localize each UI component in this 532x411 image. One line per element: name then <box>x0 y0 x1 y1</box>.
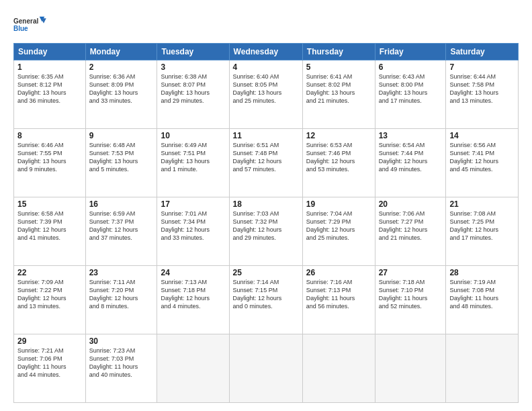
svg-text:Blue: Blue <box>13 25 28 32</box>
day-info: Sunrise: 6:51 AMSunset: 7:48 PMDaylight:… <box>233 141 299 174</box>
calendar-cell: 13Sunrise: 6:54 AMSunset: 7:44 PMDayligh… <box>375 129 446 197</box>
day-number: 4 <box>233 62 299 72</box>
day-number: 8 <box>17 131 82 140</box>
calendar-cell <box>375 334 446 403</box>
day-info: Sunrise: 6:53 AMSunset: 7:46 PMDaylight:… <box>306 141 371 174</box>
day-info: Sunrise: 6:46 AMSunset: 7:55 PMDaylight:… <box>17 141 82 174</box>
day-number: 15 <box>17 199 82 209</box>
col-header-tuesday: Tuesday <box>157 44 229 60</box>
day-number: 5 <box>306 62 371 72</box>
col-header-saturday: Saturday <box>446 44 519 60</box>
calendar-cell: 9Sunrise: 6:48 AMSunset: 7:53 PMDaylight… <box>85 129 157 197</box>
day-number: 16 <box>89 199 154 209</box>
day-info: Sunrise: 6:44 AMSunset: 7:58 PMDaylight:… <box>449 73 515 105</box>
calendar-cell: 19Sunrise: 7:04 AMSunset: 7:29 PMDayligh… <box>302 197 375 266</box>
calendar-cell: 5Sunrise: 6:41 AMSunset: 8:02 PMDaylight… <box>302 60 375 129</box>
svg-text:General: General <box>13 17 38 25</box>
calendar-cell: 18Sunrise: 7:03 AMSunset: 7:32 PMDayligh… <box>229 197 302 266</box>
calendar-cell: 6Sunrise: 6:43 AMSunset: 8:00 PMDaylight… <box>375 60 446 129</box>
day-number: 12 <box>306 131 371 140</box>
calendar-cell: 15Sunrise: 6:58 AMSunset: 7:39 PMDayligh… <box>14 197 86 266</box>
day-info: Sunrise: 6:56 AMSunset: 7:41 PMDaylight:… <box>449 141 515 174</box>
day-info: Sunrise: 7:09 AMSunset: 7:22 PMDaylight:… <box>17 278 82 311</box>
day-number: 2 <box>89 62 154 72</box>
day-info: Sunrise: 7:01 AMSunset: 7:34 PMDaylight:… <box>161 210 225 242</box>
calendar-cell: 10Sunrise: 6:49 AMSunset: 7:51 PMDayligh… <box>157 129 229 197</box>
col-header-monday: Monday <box>85 44 157 60</box>
day-number: 10 <box>161 131 225 140</box>
calendar-cell: 2Sunrise: 6:36 AMSunset: 8:09 PMDaylight… <box>85 60 157 129</box>
day-info: Sunrise: 7:04 AMSunset: 7:29 PMDaylight:… <box>306 210 371 242</box>
calendar-cell: 12Sunrise: 6:53 AMSunset: 7:46 PMDayligh… <box>302 129 375 197</box>
calendar-cell: 1Sunrise: 6:35 AMSunset: 8:12 PMDaylight… <box>14 60 86 129</box>
day-number: 14 <box>449 131 515 140</box>
day-info: Sunrise: 7:06 AMSunset: 7:27 PMDaylight:… <box>379 210 443 242</box>
day-number: 21 <box>449 199 515 209</box>
day-number: 24 <box>161 268 225 277</box>
calendar-cell: 14Sunrise: 6:56 AMSunset: 7:41 PMDayligh… <box>446 129 519 197</box>
calendar-cell <box>229 334 302 403</box>
day-info: Sunrise: 7:19 AMSunset: 7:08 PMDaylight:… <box>449 278 515 311</box>
calendar-cell: 24Sunrise: 7:13 AMSunset: 7:18 PMDayligh… <box>157 266 229 334</box>
calendar-table: SundayMondayTuesdayWednesdayThursdayFrid… <box>13 43 519 403</box>
day-number: 19 <box>306 199 371 209</box>
calendar-cell: 23Sunrise: 7:11 AMSunset: 7:20 PMDayligh… <box>85 266 157 334</box>
calendar-cell: 29Sunrise: 7:21 AMSunset: 7:06 PMDayligh… <box>14 334 86 403</box>
col-header-friday: Friday <box>375 44 446 60</box>
day-info: Sunrise: 6:38 AMSunset: 8:07 PMDaylight:… <box>161 73 225 105</box>
logo: General Blue <box>13 11 47 38</box>
calendar-cell: 8Sunrise: 6:46 AMSunset: 7:55 PMDaylight… <box>14 129 86 197</box>
logo-svg: General Blue <box>13 11 47 38</box>
day-number: 3 <box>161 62 225 72</box>
day-number: 27 <box>379 268 443 277</box>
calendar-cell <box>446 334 519 403</box>
day-info: Sunrise: 7:08 AMSunset: 7:25 PMDaylight:… <box>449 210 515 242</box>
calendar-cell: 27Sunrise: 7:18 AMSunset: 7:10 PMDayligh… <box>375 266 446 334</box>
calendar-cell: 25Sunrise: 7:14 AMSunset: 7:15 PMDayligh… <box>229 266 302 334</box>
day-number: 7 <box>449 62 515 72</box>
day-number: 25 <box>233 268 299 277</box>
day-number: 28 <box>449 268 515 277</box>
day-info: Sunrise: 7:03 AMSunset: 7:32 PMDaylight:… <box>233 210 299 242</box>
day-info: Sunrise: 6:58 AMSunset: 7:39 PMDaylight:… <box>17 210 82 242</box>
calendar-cell: 7Sunrise: 6:44 AMSunset: 7:58 PMDaylight… <box>446 60 519 129</box>
calendar-cell: 26Sunrise: 7:16 AMSunset: 7:13 PMDayligh… <box>302 266 375 334</box>
day-info: Sunrise: 6:35 AMSunset: 8:12 PMDaylight:… <box>17 73 82 105</box>
calendar-cell: 21Sunrise: 7:08 AMSunset: 7:25 PMDayligh… <box>446 197 519 266</box>
day-info: Sunrise: 6:49 AMSunset: 7:51 PMDaylight:… <box>161 141 225 174</box>
calendar-cell: 28Sunrise: 7:19 AMSunset: 7:08 PMDayligh… <box>446 266 519 334</box>
day-number: 26 <box>306 268 371 277</box>
calendar-cell <box>302 334 375 403</box>
day-info: Sunrise: 6:40 AMSunset: 8:05 PMDaylight:… <box>233 73 299 105</box>
day-info: Sunrise: 7:16 AMSunset: 7:13 PMDaylight:… <box>306 278 371 311</box>
calendar-cell: 20Sunrise: 7:06 AMSunset: 7:27 PMDayligh… <box>375 197 446 266</box>
day-info: Sunrise: 6:48 AMSunset: 7:53 PMDaylight:… <box>89 141 154 174</box>
day-info: Sunrise: 6:36 AMSunset: 8:09 PMDaylight:… <box>89 73 154 105</box>
calendar-cell: 11Sunrise: 6:51 AMSunset: 7:48 PMDayligh… <box>229 129 302 197</box>
day-info: Sunrise: 7:18 AMSunset: 7:10 PMDaylight:… <box>379 278 443 311</box>
day-number: 23 <box>89 268 154 277</box>
calendar-cell: 30Sunrise: 7:23 AMSunset: 7:03 PMDayligh… <box>85 334 157 403</box>
day-info: Sunrise: 6:54 AMSunset: 7:44 PMDaylight:… <box>379 141 443 174</box>
day-number: 30 <box>89 336 154 346</box>
day-info: Sunrise: 7:11 AMSunset: 7:20 PMDaylight:… <box>89 278 154 311</box>
calendar-cell: 16Sunrise: 6:59 AMSunset: 7:37 PMDayligh… <box>85 197 157 266</box>
day-number: 20 <box>379 199 443 209</box>
calendar-cell: 3Sunrise: 6:38 AMSunset: 8:07 PMDaylight… <box>157 60 229 129</box>
day-info: Sunrise: 7:13 AMSunset: 7:18 PMDaylight:… <box>161 278 225 311</box>
day-info: Sunrise: 7:14 AMSunset: 7:15 PMDaylight:… <box>233 278 299 311</box>
calendar-cell: 17Sunrise: 7:01 AMSunset: 7:34 PMDayligh… <box>157 197 229 266</box>
col-header-sunday: Sunday <box>14 44 86 60</box>
calendar-cell <box>157 334 229 403</box>
calendar-cell: 22Sunrise: 7:09 AMSunset: 7:22 PMDayligh… <box>14 266 86 334</box>
day-number: 6 <box>379 62 443 72</box>
day-info: Sunrise: 6:59 AMSunset: 7:37 PMDaylight:… <box>89 210 154 242</box>
calendar-cell: 4Sunrise: 6:40 AMSunset: 8:05 PMDaylight… <box>229 60 302 129</box>
day-info: Sunrise: 7:23 AMSunset: 7:03 PMDaylight:… <box>89 347 154 379</box>
day-number: 9 <box>89 131 154 140</box>
day-info: Sunrise: 6:41 AMSunset: 8:02 PMDaylight:… <box>306 73 371 105</box>
day-info: Sunrise: 6:43 AMSunset: 8:00 PMDaylight:… <box>379 73 443 105</box>
day-info: Sunrise: 7:21 AMSunset: 7:06 PMDaylight:… <box>17 347 82 379</box>
day-number: 1 <box>17 62 82 72</box>
day-number: 13 <box>379 131 443 140</box>
